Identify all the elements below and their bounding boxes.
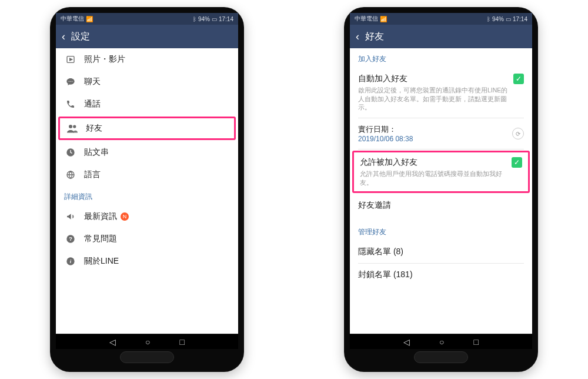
- screen-right: 中華電信 📶 ᛒ 94% ▭ 17:14 ‹ 好友 加入好友 自動加入好友 啟用…: [350, 13, 532, 334]
- section-add-friends: 加入好友: [350, 48, 532, 68]
- megaphone-icon: [64, 212, 77, 221]
- checkbox-allow-added[interactable]: ✓: [512, 157, 522, 168]
- friends-content: 加入好友 自動加入好友 啟用此設定後，可將您裝置的通訊錄中有使用LINE的人自動…: [350, 48, 532, 334]
- svg-marker-1: [70, 58, 72, 61]
- highlight-friends: 好友: [58, 117, 236, 140]
- nav-home-icon[interactable]: ○: [145, 337, 150, 347]
- carrier-label: 中華電信: [61, 15, 84, 23]
- header-friends: ‹ 好友: [350, 25, 532, 48]
- status-bar: 中華電信 📶 ᛒ 94% ▭ 17:14: [56, 13, 238, 25]
- effective-date-value: 2019/10/06 08:38: [358, 135, 507, 143]
- battery-label: 94%: [198, 16, 210, 22]
- status-bar: 中華電信 📶 ᛒ 94% ▭ 17:14: [350, 13, 532, 25]
- settings-content: 照片・影片 聊天 通話 好友: [56, 48, 238, 334]
- row-chat[interactable]: 聊天: [56, 71, 238, 93]
- bluetooth-icon: ᛒ: [193, 16, 196, 22]
- physical-home-button[interactable]: [414, 351, 468, 363]
- time-label: 17:14: [513, 16, 527, 22]
- row-label: 關於LINE: [84, 256, 230, 267]
- phone-chin: ◁ ○ □: [350, 334, 532, 363]
- header-settings: ‹ 設定: [56, 25, 238, 48]
- phone-chin: ◁ ○ □: [56, 334, 238, 363]
- row-label: 好友: [86, 123, 228, 134]
- sync-icon[interactable]: ⟳: [512, 128, 524, 139]
- back-icon[interactable]: ‹: [356, 31, 359, 42]
- row-auto-add[interactable]: 自動加入好友 啟用此設定後，可將您裝置的通訊錄中有使用LINE的人自動加入好友名…: [350, 68, 532, 118]
- nav-back-icon[interactable]: ◁: [403, 337, 410, 347]
- new-badge: N: [121, 212, 129, 221]
- row-faq[interactable]: ? 常見問題: [56, 228, 238, 250]
- page-title: 設定: [71, 31, 90, 43]
- battery-label: 94%: [492, 16, 504, 22]
- auto-add-desc: 啟用此設定後，可將您裝置的通訊錄中有使用LINE的人自動加入好友名單。如需手動更…: [358, 86, 509, 112]
- friends-icon: [66, 124, 79, 133]
- row-timeline[interactable]: 貼文串: [56, 141, 238, 164]
- friend-invite-label: 好友邀請: [358, 200, 524, 211]
- row-label: 照片・影片: [84, 54, 230, 65]
- row-allow-added[interactable]: 允許被加入好友 允許其他用戶使用我的電話號碼搜尋並自動加我好友。 ✓: [354, 152, 528, 191]
- divider: [358, 149, 524, 149]
- chat-icon: [64, 77, 77, 87]
- bluetooth-icon: ᛒ: [487, 16, 490, 22]
- battery-icon: ▭: [506, 16, 511, 22]
- highlight-allow-added: 允許被加入好友 允許其他用戶使用我的電話號碼搜尋並自動加我好友。 ✓: [352, 151, 530, 193]
- time-label: 17:14: [219, 16, 233, 22]
- row-language[interactable]: 語言: [56, 164, 238, 186]
- back-icon[interactable]: ‹: [62, 31, 65, 42]
- hidden-list-label: 隱藏名單 (8): [358, 247, 524, 257]
- svg-point-2: [69, 81, 69, 82]
- row-label: 通話: [84, 99, 230, 109]
- svg-text:?: ?: [69, 236, 72, 242]
- nav-home-icon[interactable]: ○: [439, 337, 444, 347]
- svg-point-3: [70, 81, 71, 82]
- globe-icon: [64, 170, 77, 179]
- row-label: 常見問題: [84, 234, 230, 244]
- clock-icon: [64, 148, 77, 157]
- help-icon: ?: [64, 234, 77, 244]
- phone-icon: [64, 99, 77, 109]
- physical-home-button[interactable]: [120, 351, 174, 363]
- section-manage-friends: 管理好友: [350, 221, 532, 241]
- nav-back-icon[interactable]: ◁: [109, 337, 116, 347]
- svg-point-6: [73, 125, 76, 128]
- row-calls[interactable]: 通話: [56, 93, 238, 115]
- row-hidden-list[interactable]: 隱藏名單 (8): [350, 241, 532, 263]
- section-details: 詳細資訊: [56, 186, 238, 205]
- row-label: 語言: [84, 169, 230, 180]
- row-blocked-list[interactable]: 封鎖名單 (181): [350, 264, 532, 286]
- android-navbar: ◁ ○ □: [56, 334, 238, 349]
- row-effective-date: 實行日期： 2019/10/06 08:38 ⟳: [350, 118, 532, 149]
- row-friends[interactable]: 好友: [60, 118, 234, 138]
- allow-added-desc: 允許其他用戶使用我的電話號碼搜尋並自動加我好友。: [360, 169, 507, 187]
- row-photos[interactable]: 照片・影片: [56, 48, 238, 71]
- auto-add-title: 自動加入好友: [358, 74, 509, 84]
- page-title: 好友: [365, 31, 384, 43]
- effective-date-label: 實行日期：: [358, 124, 507, 135]
- signal-icon: 📶: [380, 16, 387, 22]
- nav-recent-icon[interactable]: □: [474, 337, 479, 347]
- row-label: 聊天: [84, 77, 230, 87]
- svg-point-4: [72, 81, 72, 82]
- allow-added-title: 允許被加入好友: [360, 157, 507, 168]
- row-news[interactable]: 最新資訊 N: [56, 205, 238, 228]
- phone-right: 中華電信 📶 ᛒ 94% ▭ 17:14 ‹ 好友 加入好友 自動加入好友 啟用…: [344, 7, 538, 372]
- phone-left: 中華電信 📶 ᛒ 94% ▭ 17:14 ‹ 設定 照片・影片: [50, 7, 244, 372]
- signal-icon: 📶: [86, 16, 93, 22]
- android-navbar: ◁ ○ □: [350, 334, 532, 349]
- row-label: 最新資訊: [84, 211, 117, 222]
- blocked-list-label: 封鎖名單 (181): [358, 270, 524, 280]
- screen-left: 中華電信 📶 ᛒ 94% ▭ 17:14 ‹ 設定 照片・影片: [56, 13, 238, 334]
- row-friend-invite[interactable]: 好友邀請: [350, 194, 532, 217]
- row-about[interactable]: i 關於LINE: [56, 250, 238, 272]
- nav-recent-icon[interactable]: □: [180, 337, 185, 347]
- carrier-label: 中華電信: [355, 15, 378, 23]
- checkbox-auto-add[interactable]: ✓: [513, 74, 524, 84]
- row-label: 貼文串: [84, 147, 230, 158]
- svg-point-5: [69, 125, 72, 128]
- battery-icon: ▭: [212, 16, 217, 22]
- photo-icon: [64, 55, 77, 64]
- info-icon: i: [64, 257, 77, 266]
